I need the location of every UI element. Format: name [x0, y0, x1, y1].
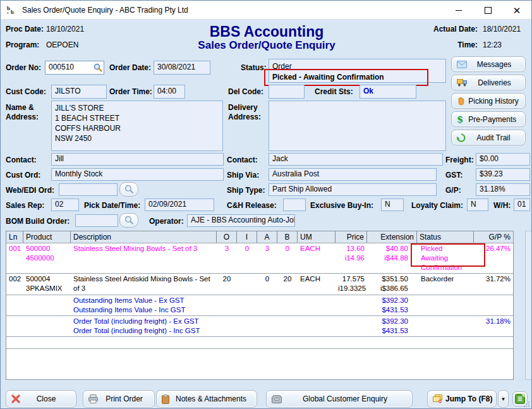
- cell-product-line2: 4500000: [26, 253, 68, 263]
- freight-label: Freight:: [445, 156, 474, 164]
- resize-grip[interactable]: [524, 401, 530, 407]
- close-button-label: Close: [23, 394, 76, 403]
- order-no-label: Order No:: [6, 63, 41, 72]
- credit-sts-label: Credit Sts:: [315, 87, 353, 96]
- cell-a: 3: [257, 243, 277, 273]
- print-order-button-label: Print Order: [100, 394, 154, 403]
- ch-release-label: C&H Release:: [227, 201, 277, 210]
- bom-build-order-label: BOM Build Order:: [6, 217, 70, 226]
- search-icon: [124, 216, 134, 225]
- outstanding-summary-row: Outstanding Items Value - Ex GST Outstan…: [6, 295, 513, 316]
- name-address-label: Name & Address:: [6, 103, 45, 122]
- cell-gp: 26.47%: [474, 243, 513, 273]
- cell-product-line1: 500004: [26, 274, 68, 284]
- status-line-1: Order: [272, 61, 442, 72]
- order-time-field: 04:00: [154, 85, 185, 99]
- order-time-label: Order Time:: [109, 87, 152, 96]
- global-customer-enquiry-button[interactable]: Global Customer Enquiry: [266, 390, 413, 408]
- cell-extension-line2: i$44.88: [370, 253, 408, 263]
- jump-to-dropdown-button[interactable]: ▼: [498, 390, 509, 408]
- window-title: Sales Order/Quote Enquiry - ABC Trading …: [22, 6, 188, 15]
- table-row-002[interactable]: 002 500004 3PKASMIX Stainless Steel Anti…: [6, 274, 513, 295]
- chevron-down-icon: ▼: [501, 396, 506, 402]
- web-edi-ord-label: Web/EDI Ord:: [6, 186, 54, 195]
- status-line-2: Picked - Awaiting Confirmation: [272, 72, 442, 83]
- cell-i: [237, 274, 257, 295]
- bom-search-button[interactable]: [119, 213, 138, 228]
- close-icon: [11, 394, 20, 403]
- web-edi-search-button[interactable]: [119, 182, 138, 197]
- title-bar: b b s Sales Order/Quote Enquiry - ABC Tr…: [1, 1, 531, 20]
- column-header-ln: Ln: [6, 231, 23, 243]
- print-order-button[interactable]: Print Order: [83, 390, 155, 408]
- gst-field: $39.23: [476, 168, 530, 181]
- table-row-001[interactable]: 001 500000 4500000 Stainless Steel Mixin…: [6, 243, 513, 274]
- address-line-2: 1 BEACH STREET: [55, 113, 219, 123]
- deliveries-button[interactable]: Deliveries: [451, 75, 526, 90]
- ship-via-field: Australia Post: [269, 168, 437, 181]
- maximize-icon: [485, 7, 492, 14]
- cell-o: 3: [217, 243, 237, 273]
- notes-attachments-button-label: Notes & Attachments: [172, 394, 257, 403]
- cell-price-line2: i14.96: [338, 253, 365, 263]
- column-header-product: Product: [23, 231, 71, 243]
- cell-o: 20: [217, 274, 237, 295]
- time-value: 12:23: [483, 40, 502, 49]
- column-header-gp: G/P %: [474, 231, 513, 243]
- sales-rep-label: Sales Rep:: [6, 201, 44, 210]
- line-items-table: Ln Product Description O I A B UM Price …: [6, 231, 514, 380]
- order-no-input[interactable]: 000510: [45, 61, 104, 75]
- messages-button[interactable]: Messages: [451, 56, 526, 72]
- cust-ord-label: Cust Ord:: [6, 171, 40, 180]
- order-no-search-icon[interactable]: [94, 63, 102, 72]
- outstanding-ex-gst-label: Outstanding Items Value - Ex GST: [73, 296, 214, 305]
- del-code-label: Del Code:: [228, 87, 263, 96]
- exclusive-buyin-label: Exclusive Buy-In:: [310, 201, 373, 210]
- order-date-field: 30/08/2021: [154, 61, 210, 75]
- table-scrollbar[interactable]: [525, 231, 532, 380]
- audit-trail-button[interactable]: Audit Trail: [451, 130, 526, 145]
- cust-ord-field: Monthly Stock: [51, 168, 224, 181]
- ship-type-label: Ship Type:: [227, 186, 265, 195]
- audit-trail-button-label: Audit Trail: [468, 133, 525, 142]
- cell-status: Picked Awaiting Confirmation: [417, 243, 474, 273]
- picking-history-button[interactable]: Picking History: [451, 93, 526, 109]
- pick-datetime-label: Pick Date/Time:: [84, 201, 140, 210]
- wh-label: W/H:: [493, 201, 511, 210]
- cell-description: Stainless Steel Antiskid Mixing Bowls - …: [71, 274, 217, 295]
- maximize-button[interactable]: [473, 1, 502, 20]
- cell-ln: 002: [9, 274, 21, 284]
- cell-price-line1: 13.60: [338, 244, 365, 253]
- column-header-a: A: [257, 231, 277, 243]
- order-total-ex-gst-value: $392.30: [370, 317, 408, 326]
- search-icon: [124, 185, 134, 194]
- loyalty-claim-label: Loyalty Claim:: [411, 201, 463, 210]
- close-window-button[interactable]: ✕: [502, 1, 531, 20]
- credit-sts-field: Ok: [360, 85, 416, 99]
- close-button[interactable]: Close: [6, 390, 76, 408]
- column-header-um: UM: [298, 231, 336, 243]
- cell-price-line1: 17.575: [338, 274, 365, 284]
- column-header-description: Description: [71, 231, 217, 243]
- status-field: Order Picked - Awaiting Confirmation: [269, 59, 446, 83]
- del-code-field: [269, 85, 305, 99]
- jump-folders-icon: [433, 394, 443, 403]
- delivery-address-field: [269, 101, 446, 151]
- global-customer-enquiry-button-label: Global Customer Enquiry: [284, 394, 412, 403]
- pre-payments-button[interactable]: $ Pre-Payments: [451, 111, 526, 127]
- jump-to-button[interactable]: Jump To (F8): [427, 390, 497, 408]
- envelope-icon: [457, 61, 467, 68]
- gst-label: GST:: [445, 171, 462, 180]
- web-edi-ord-field: [59, 183, 118, 196]
- cell-price-line2: i19.3325: [338, 284, 365, 293]
- outstanding-inc-gst-label: Outstanding Items Value - Inc GST: [73, 305, 214, 315]
- messages-button-label: Messages: [469, 60, 525, 69]
- minimize-button[interactable]: [444, 1, 473, 20]
- status-label: Status:: [241, 63, 267, 72]
- notes-attachments-button[interactable]: Notes & Attachments: [156, 390, 257, 408]
- bom-build-order-field: [75, 214, 118, 227]
- order-date-label: Order Date:: [109, 63, 151, 72]
- svg-text:b: b: [11, 9, 14, 15]
- ship-via-label: Ship Via:: [227, 171, 259, 180]
- cell-b: 20: [277, 274, 298, 295]
